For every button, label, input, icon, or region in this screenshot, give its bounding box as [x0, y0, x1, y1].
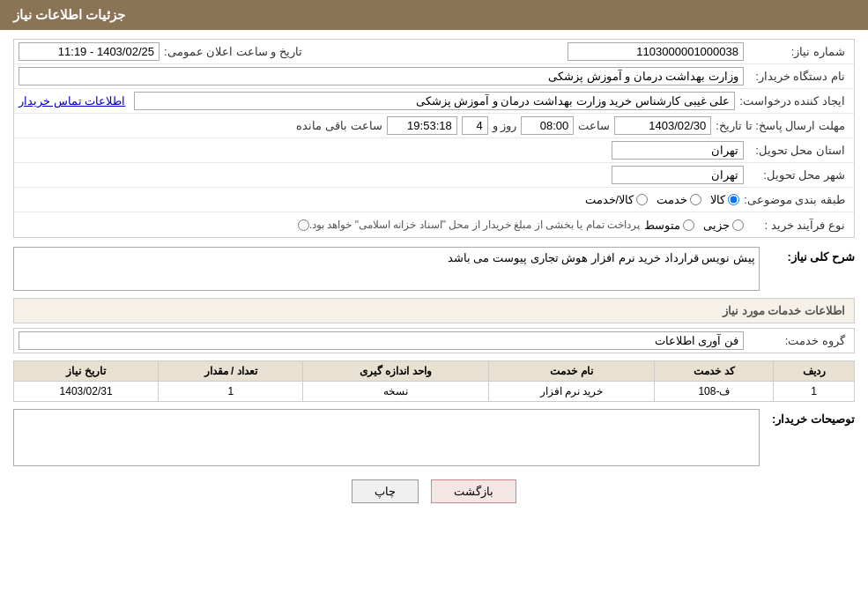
row-ostan: استان محل تحویل: تهران [14, 138, 854, 163]
radio-input-payardakht[interactable] [298, 219, 309, 231]
value-nam-dastgah: وزارت بهداشت درمان و آموزش پزشکی [19, 67, 744, 85]
value-tarikh-alan: 1403/02/25 - 11:19 [19, 42, 160, 61]
row-ijad-konande: ایجاد کننده درخواست: علی غیبی کارشناس خر… [14, 89, 854, 114]
th-nam: نام خدمت [488, 361, 655, 382]
row-shomare-niaz: شماره نیاز: 1103000001000038 تاریخ و ساع… [14, 40, 854, 64]
shrj-row: شرح کلی نیاز: پیش نویس قرارداد خرید نرم … [13, 247, 855, 291]
main-form-section: شماره نیاز: 1103000001000038 تاریخ و ساع… [13, 39, 855, 238]
label-sharh-koli: شرح کلی نیاز: [767, 247, 855, 264]
text-payardakht: پرداخت تمام یا بخشی از مبلغ خریدار از مح… [309, 219, 640, 231]
value-grohe-khadamat: فن آوری اطلاعات [19, 331, 744, 350]
value-shahr: تهران [612, 166, 744, 184]
radio-jozii: جزیی [703, 219, 744, 232]
link-ettelaat-tamas[interactable]: اطلاعات تماس خریدار [19, 94, 125, 108]
label-khadamat: خدمت [657, 193, 687, 206]
label-noe-farayand: نوع فرآیند خرید : [744, 219, 849, 232]
row-tabaqe: طبقه بندی موضوعی: کالا/خدمت خدمت کالا [14, 188, 854, 212]
th-kod: کد خدمت [655, 361, 774, 382]
value-saat: 08:00 [521, 116, 574, 135]
label-saat: ساعت [574, 117, 614, 134]
radio-kala: کالا [710, 193, 739, 206]
table-body: 1ف-108خرید نرم افزارنسخه11403/02/31 [14, 382, 855, 402]
value-mohlat-date: 1403/02/30 [614, 116, 711, 135]
value-roz: 4 [462, 116, 488, 135]
section-title-khadamat: اطلاعات خدمات مورد نیاز [13, 298, 855, 323]
label-roz: روز و [488, 117, 522, 134]
radio-group-noe-farayand: متوسط جزیی [644, 219, 744, 232]
label-tabaqe: طبقه بندی موضوعی: [739, 193, 849, 206]
label-shomare-niaz: شماره نیاز: [744, 45, 849, 58]
back-button[interactable]: بازگشت [431, 479, 516, 503]
row-noe-farayand: نوع فرآیند خرید : متوسط جزیی پرداخت تمام… [14, 212, 854, 237]
radio-input-jozii[interactable] [732, 219, 744, 231]
label-tarikh-alan: تاریخ و ساعت اعلان عمومی: [160, 45, 307, 58]
page-header: جزئیات اطلاعات نیاز [0, 0, 868, 30]
label-mohlat: مهلت ارسال پاسخ: تا تاریخ: [711, 119, 849, 132]
th-tarikh: تاریخ نیاز [14, 361, 159, 382]
value-baghimande: 19:53:18 [387, 116, 457, 135]
header-title: جزئیات اطلاعات نیاز [13, 7, 125, 22]
label-ostan: استان محل تحویل: [744, 144, 849, 157]
value-tosih-kharidar [13, 409, 760, 466]
radio-input-kala-khadamat[interactable] [636, 194, 648, 205]
value-sharh-koli: پیش نویس قرارداد خرید نرم افزار هوش تجار… [13, 247, 760, 291]
row-shahr: شهر محل تحویل: تهران [14, 163, 854, 188]
label-nam-dastgah: نام دستگاه خریدار: [744, 70, 849, 83]
label-motevaset: متوسط [644, 219, 680, 232]
label-grohe-khadamat: گروه خدمت: [744, 334, 849, 347]
services-table-section: ردیف کد خدمت نام خدمت واحد اندازه گیری ت… [13, 360, 855, 402]
th-radif: ردیف [774, 361, 855, 382]
label-jozii: جزیی [703, 219, 730, 232]
value-shomare-niaz: 1103000001000038 [568, 42, 744, 61]
th-tedad: تعداد / مقدار [159, 361, 303, 382]
label-kala: کالا [710, 193, 725, 206]
radio-kala-khadamat: کالا/خدمت [585, 193, 649, 206]
table-header-row: ردیف کد خدمت نام خدمت واحد اندازه گیری ت… [14, 361, 855, 382]
radio-motevaset: متوسط [644, 219, 694, 232]
print-button[interactable]: چاپ [352, 479, 419, 503]
table-row: 1ف-108خرید نرم افزارنسخه11403/02/31 [14, 382, 855, 402]
label-ijad-konande: ایجاد کننده درخواست: [735, 94, 849, 108]
label-kala-khadamat: کالا/خدمت [585, 193, 634, 206]
radio-khadamat: خدمت [657, 193, 701, 206]
th-vahed: واحد اندازه گیری [303, 361, 488, 382]
radio-input-khadamat[interactable] [690, 194, 701, 205]
content-area: شماره نیاز: 1103000001000038 تاریخ و ساع… [0, 30, 868, 521]
label-shahr: شهر محل تحویل: [744, 168, 849, 182]
row-nam-dastgah: نام دستگاه خریدار: وزارت بهداشت درمان و … [14, 64, 854, 89]
buyer-notes-section: توصیحات خریدار: [13, 409, 855, 466]
radio-input-motevaset[interactable] [683, 219, 694, 231]
label-tosih-kharidar: توصیحات خریدار: [767, 409, 855, 426]
row-grohe-khadamat: گروه خدمت: فن آوری اطلاعات [13, 328, 855, 353]
row-mohlat: مهلت ارسال پاسخ: تا تاریخ: 1403/02/30 سا… [14, 114, 854, 138]
services-table: ردیف کد خدمت نام خدمت واحد اندازه گیری ت… [13, 360, 855, 402]
page-wrapper: جزئیات اطلاعات نیاز شماره نیاز: 11030000… [0, 0, 868, 609]
radio-input-kala[interactable] [728, 194, 739, 205]
value-ostan: تهران [612, 141, 744, 160]
buttons-row: بازگشت چاپ [13, 479, 855, 503]
value-ijad-konande: علی غیبی کارشناس خرید وزارت بهداشت درمان… [134, 92, 735, 110]
label-baghimande: ساعت باقی مانده [292, 117, 386, 134]
radio-group-tabaqe: کالا/خدمت خدمت کالا [585, 193, 740, 206]
